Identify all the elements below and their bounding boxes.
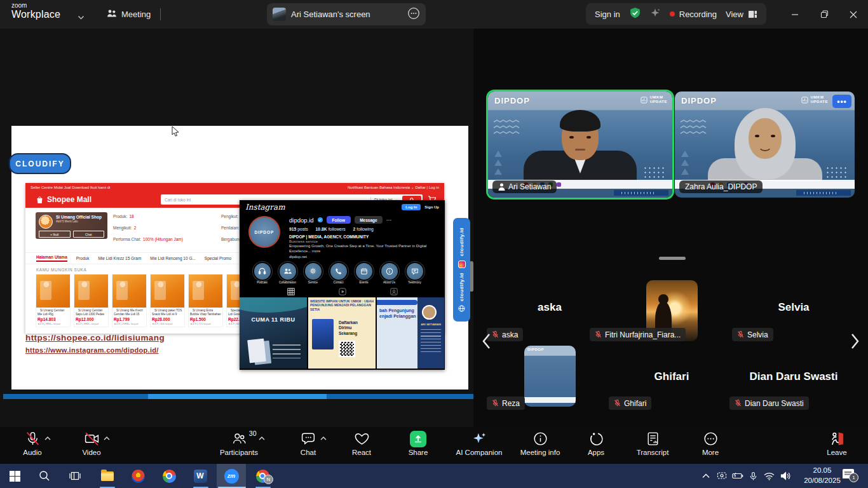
video-label: Video: [82, 449, 100, 456]
muted-mic-icon: [737, 330, 744, 339]
shopee-search-placeholder: Cari di toko ini: [165, 198, 191, 202]
highlight-podcast-icon: [254, 263, 271, 280]
highlight-contact-icon: [330, 263, 347, 280]
clock-date: 20/08/2025: [796, 476, 849, 486]
shield-check-icon[interactable]: [629, 7, 641, 21]
more-button[interactable]: More: [686, 430, 735, 456]
tray-battery-button[interactable]: [729, 464, 745, 488]
react-button[interactable]: React: [337, 430, 386, 456]
apps-button[interactable]: Apps: [572, 430, 620, 456]
gallery-prev-button[interactable]: [482, 333, 491, 352]
muted-mic-icon: [492, 330, 499, 339]
taskbar-clock[interactable]: 20.05 20/08/2025: [796, 466, 849, 485]
highlight-testimony-icon: [407, 263, 423, 280]
reels-tab-icon: [339, 288, 346, 295]
workspace-chevron-down-icon[interactable]: [78, 11, 85, 22]
shopee-topbar: Seller Centre Mulai Jual Download Ikuti …: [25, 183, 444, 191]
recording-label: Recording: [679, 10, 717, 19]
tray-wifi-button[interactable]: [761, 464, 777, 488]
video-tile-ari[interactable]: DIPDOP UMKMUPDATE Ari Setiawan: [488, 92, 672, 198]
zoom-app-button[interactable]: zm: [217, 464, 246, 488]
audio-button[interactable]: Audio: [8, 430, 57, 456]
grid-tab-icon: [287, 288, 295, 295]
heart-icon: [354, 431, 370, 447]
file-explorer-button[interactable]: [93, 464, 122, 488]
workplace-logo-text: Workplace: [11, 10, 60, 20]
tray-display-button[interactable]: [714, 464, 729, 488]
participant-label-dian: Dian Daru Swasti: [729, 396, 809, 410]
slide-progress-segment: [148, 394, 327, 399]
transcript-button[interactable]: Transcript: [628, 430, 677, 456]
tile-options-button[interactable]: •••: [832, 95, 851, 108]
display-icon: [717, 471, 727, 480]
participants-count: 30: [249, 430, 257, 437]
ai-companion-button[interactable]: AI Companion: [450, 430, 508, 456]
tab-shared-screen[interactable]: Ari Setiawan's screen: [267, 3, 426, 25]
meeting-info-button[interactable]: Meeting info: [511, 430, 569, 456]
product-image: [189, 274, 222, 308]
verified-badge-icon: [318, 217, 323, 222]
shared-screen-avatar: [273, 8, 286, 21]
globe-icon: [458, 305, 465, 312]
word-button[interactable]: W: [186, 464, 215, 488]
tagged-tab-icon: [390, 288, 398, 295]
participant-name-selvia: Selvia: [756, 301, 832, 314]
highlight-collaboration-icon: [280, 263, 296, 280]
taskbar-search-button[interactable]: [30, 464, 59, 488]
instagram-more-icon: ⋯: [386, 217, 391, 223]
tray-volume-button[interactable]: [777, 464, 793, 488]
triangle-decor: [494, 151, 511, 176]
chrome-profile-button[interactable]: N: [248, 464, 277, 488]
taskbar-app-button[interactable]: [123, 464, 153, 488]
dipdop-logo: DIPDOP: [494, 96, 530, 105]
chrome-button[interactable]: [154, 464, 184, 488]
video-options-chevron[interactable]: [104, 434, 110, 442]
audio-options-chevron[interactable]: [44, 434, 51, 442]
participant-face: [735, 108, 796, 179]
video-button[interactable]: Video: [67, 430, 116, 456]
muted-mic-icon: [492, 399, 499, 407]
ai-sparkle-icon[interactable]: [650, 8, 661, 20]
start-button[interactable]: [0, 464, 29, 488]
leave-button[interactable]: Leave: [813, 430, 861, 456]
participants-button[interactable]: 30 Participants: [210, 430, 268, 456]
chat-button[interactable]: Chat: [284, 430, 332, 456]
meeting-tab-label: Meeting: [121, 10, 151, 19]
audio-label: Audio: [23, 449, 41, 456]
tab-meeting[interactable]: Meeting: [107, 0, 151, 29]
share-screen-icon: [410, 431, 426, 447]
search-icon: [39, 470, 50, 482]
view-button[interactable]: View: [726, 10, 757, 19]
gallery-next-button[interactable]: [851, 333, 860, 352]
participants-options-chevron[interactable]: [259, 434, 265, 442]
name-label-ari: Ari Setiawan: [492, 180, 557, 193]
tray-mic-button[interactable]: [745, 464, 761, 488]
video-tile-zahra[interactable]: DIPDOP UMKMUPDATE ••• Zahra Aulia_DIPDOP: [675, 92, 855, 198]
maximize-button[interactable]: [810, 0, 839, 29]
wifi-icon: [764, 472, 775, 480]
highlight-events-icon: [356, 263, 372, 280]
chat-options-chevron[interactable]: [320, 434, 327, 442]
zoom-logo-text: zoom: [11, 3, 60, 9]
share-button[interactable]: Share: [394, 430, 442, 456]
minimize-button[interactable]: [780, 0, 810, 29]
close-button[interactable]: [839, 0, 868, 29]
task-view-button[interactable]: [60, 464, 90, 488]
instagram-bio-title: DIPDOP | MEDIA, AGENCY, COMMUNITY: [289, 234, 437, 239]
dipdop-logo: DIPDOP: [681, 96, 717, 105]
dots-decor: [643, 166, 666, 180]
product-image: [36, 274, 70, 308]
sign-in-button[interactable]: Sign in: [595, 10, 620, 19]
slide-progress-bar: [3, 394, 473, 399]
product-card: Si Umang Cemilan Sapu Lidi 1300 Pedas Rp…: [74, 274, 109, 327]
shared-screen-options-icon[interactable]: [407, 7, 420, 22]
zoom-workplace-logo: zoom Workplace: [11, 3, 60, 20]
tray-expand-button[interactable]: [698, 464, 714, 488]
recording-dot-icon: [670, 11, 675, 17]
view-label: View: [726, 10, 743, 19]
info-icon: [532, 431, 548, 447]
gallery-drag-handle[interactable]: [659, 257, 686, 260]
notification-center-button[interactable]: 1: [843, 469, 854, 478]
instagram-post-2: WEBSITE IMPIAN UNTUK UMKM : UBAH PENGUNJ…: [308, 297, 376, 369]
participant-name-dian: Dian Daru Swasti: [736, 370, 851, 383]
